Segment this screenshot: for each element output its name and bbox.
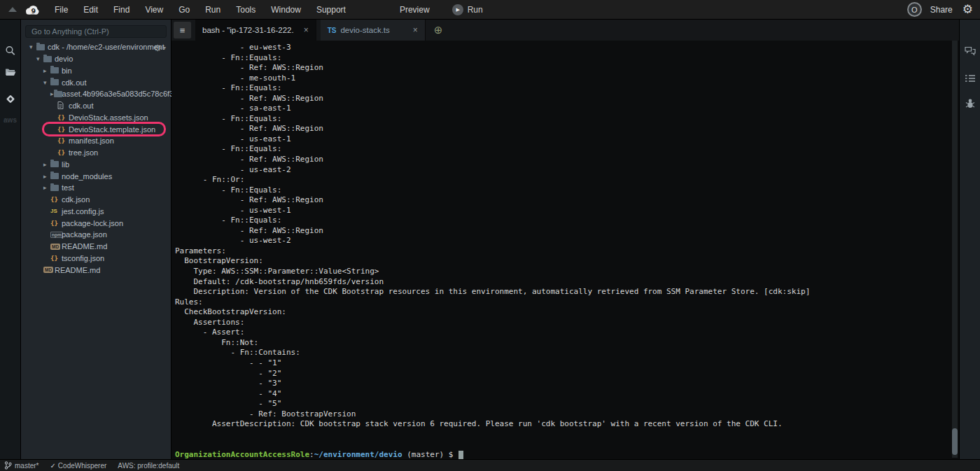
codewhisperer-status[interactable]: ✓ CodeWhisperer — [50, 462, 106, 470]
tree-item-asset-4b996a3e5a083d5c78c6f30a8[interactable]: ▸ asset.4b996a3e5a083d5c78c6f30a8 — [21, 88, 172, 100]
prompt-user: OrganizationAccountAccessRole — [175, 450, 309, 459]
outline-icon[interactable] — [965, 73, 976, 85]
tree-item-deviostack-assets-json[interactable]: {} DevioStack.assets.json — [21, 112, 172, 124]
caret-icon[interactable]: ▸ — [43, 161, 50, 168]
editor-area: ≡ bash - "ip-172-31-16-222. × TS devio-s… — [172, 20, 959, 459]
tree-item-test[interactable]: ▸ test — [21, 182, 172, 194]
scrollbar-thumb[interactable] — [952, 428, 958, 455]
tree-item-package-lock-json[interactable]: {} package-lock.json — [21, 217, 172, 229]
tree-item-readme-md[interactable]: MD README.md — [21, 241, 172, 253]
folder-icon — [43, 56, 52, 62]
folder-icon — [50, 173, 59, 179]
debugger-icon[interactable] — [965, 98, 975, 111]
search-input[interactable]: Go to Anything (Ctrl-P) — [25, 25, 167, 38]
json-icon: {} — [57, 126, 65, 133]
preview-button[interactable]: Preview — [400, 5, 430, 15]
tab-devio-stack-ts[interactable]: TS devio-stack.ts × — [321, 20, 426, 41]
tree-item-label: tree.json — [69, 148, 98, 157]
new-tab-icon[interactable]: ⊕ — [434, 20, 443, 41]
run-button-label: Run — [468, 5, 483, 15]
menu-item-support[interactable]: Support — [309, 5, 354, 15]
tree-item-bin[interactable]: ▸ bin — [21, 65, 172, 77]
search-icon[interactable] — [5, 45, 15, 59]
tree-item-manifest-json[interactable]: {} manifest.json — [21, 135, 172, 147]
share-button[interactable]: Share — [930, 5, 953, 15]
codewhisperer-icon[interactable] — [4, 93, 16, 108]
tree-item-label: DevioStack.template.json — [69, 125, 155, 134]
tree-item-label: cdk.out — [62, 78, 86, 87]
tree-item-label: test — [62, 183, 74, 192]
tree-item-tsconfig-json[interactable]: {} tsconfig.json — [21, 253, 172, 265]
tree-item-jest-config-js[interactable]: JS jest.config.js — [21, 206, 172, 218]
left-icon-strip: aws — [0, 20, 21, 459]
menu-item-window[interactable]: Window — [263, 5, 309, 15]
status-bar: master* ✓ CodeWhisperer AWS: profile:def… — [0, 459, 980, 471]
terminal-cursor — [458, 451, 463, 459]
menu-item-run[interactable]: Run — [197, 5, 228, 15]
avatar[interactable]: O — [907, 2, 922, 17]
tree-item-cdk-json[interactable]: {} cdk.json — [21, 194, 172, 206]
git-branch-status[interactable]: master* — [4, 461, 38, 470]
tree-item-label: README.md — [55, 266, 100, 274]
json-icon: {} — [50, 196, 58, 203]
menu-item-edit[interactable]: Edit — [76, 5, 106, 15]
tree-item-tree-json[interactable]: {} tree.json — [21, 147, 172, 159]
markdown-icon: MD — [50, 244, 60, 250]
tab-close-icon[interactable]: × — [304, 25, 309, 35]
tab-list-menu-icon[interactable]: ≡ — [174, 22, 191, 38]
tab-close-icon[interactable]: × — [413, 25, 418, 35]
tab-bash-ip-172-31-16-222[interactable]: bash - "ip-172-31-16-222. × — [195, 20, 316, 41]
terminal[interactable]: - eu-west-3 - Fn::Equals: - Ref: AWS::Re… — [172, 41, 959, 459]
file-icon — [57, 101, 64, 111]
json-icon: {} — [57, 137, 65, 144]
aws-profile-status[interactable]: AWS: profile:default — [118, 462, 179, 470]
svg-text:9: 9 — [31, 6, 36, 14]
folder-icon — [50, 67, 59, 73]
tab-label: bash - "ip-172-31-16-222. — [202, 26, 294, 34]
caret-icon[interactable]: ▸ — [43, 67, 50, 74]
folder-icon — [50, 79, 59, 85]
tree-item-label: manifest.json — [69, 136, 114, 145]
tree-item-package-json[interactable]: npm package.json — [21, 229, 172, 241]
menu-item-go[interactable]: Go — [171, 5, 197, 15]
caret-icon[interactable]: ▸ — [43, 173, 50, 180]
tree-item-readme-md[interactable]: MD README.md — [21, 264, 172, 276]
tree-item-lib[interactable]: ▸ lib — [21, 159, 172, 171]
tree-item-deviostack-template-json[interactable]: {} DevioStack.template.json — [21, 123, 172, 135]
tree-item-cdk-out[interactable]: cdk.out — [21, 100, 172, 112]
folder-icon — [54, 91, 62, 97]
tree-item-label: bin — [62, 66, 72, 75]
tree-item-label: cdk - /home/ec2-user/environment — [48, 43, 164, 51]
caret-icon[interactable]: ▾ — [43, 79, 50, 86]
tree-item-label: jest.config.js — [62, 207, 104, 216]
json-icon: {} — [50, 255, 58, 262]
tree-item-node-modules[interactable]: ▸ node_modules — [21, 170, 172, 182]
json-icon: {} — [57, 114, 65, 121]
file-tree-panel: Go to Anything (Ctrl-P) ⚙ ▾ ▾ cdk - /hom… — [21, 20, 172, 459]
terminal-scrollbar[interactable] — [952, 41, 958, 458]
aws-explorer-icon[interactable]: aws — [4, 116, 17, 124]
json-icon: {} — [57, 149, 65, 156]
folder-icon — [50, 161, 59, 167]
file-tree-icon[interactable] — [5, 66, 16, 79]
settings-gear-icon[interactable]: ⚙ — [962, 3, 973, 15]
menu-item-tools[interactable]: Tools — [228, 5, 263, 15]
caret-icon[interactable]: ▾ — [36, 55, 43, 62]
folder-icon — [36, 44, 45, 50]
cloud9-logo-icon[interactable]: 9 — [24, 4, 40, 15]
menu-item-find[interactable]: Find — [106, 5, 137, 15]
tree-item-cdk-out[interactable]: ▾ cdk.out — [21, 76, 172, 88]
menu-item-view[interactable]: View — [137, 5, 171, 15]
caret-icon[interactable]: ▸ — [43, 184, 50, 191]
prompt-path: ~/environment/devio — [314, 450, 402, 459]
run-button[interactable]: ▶ Run — [452, 4, 483, 15]
collaborate-icon[interactable] — [964, 46, 976, 59]
codewhisperer-label: CodeWhisperer — [58, 462, 106, 470]
caret-icon[interactable]: ▾ — [29, 43, 36, 50]
file-tree: ▾ cdk - /home/ec2-user/environment ▾ dev… — [21, 41, 172, 276]
tree-item-devio[interactable]: ▾ devio — [21, 53, 172, 65]
collapse-menubar-icon[interactable] — [8, 7, 17, 12]
tree-item-cdk-home-ec2-user-environment[interactable]: ▾ cdk - /home/ec2-user/environment — [21, 41, 172, 53]
terminal-output: - eu-west-3 - Fn::Equals: - Ref: AWS::Re… — [175, 43, 959, 450]
menu-item-file[interactable]: File — [47, 5, 76, 15]
